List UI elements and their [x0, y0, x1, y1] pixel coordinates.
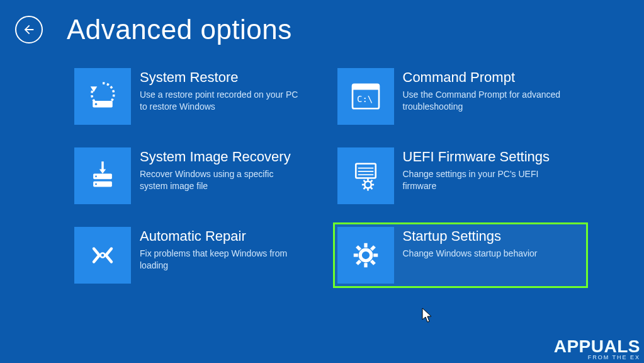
- tile-title: Automatic Repair: [140, 228, 303, 245]
- tile-text: UEFI Firmware Settings Change settings i…: [403, 147, 567, 192]
- tile-text: Command Prompt Use the Command Prompt fo…: [403, 68, 567, 113]
- svg-text:C:\: C:\: [357, 94, 373, 104]
- header: Advanced options: [0, 0, 644, 45]
- tile-desc: Change settings in your PC's UEFI firmwa…: [403, 168, 567, 192]
- back-button[interactable]: [15, 16, 43, 43]
- tile-text: System Restore Use a restore point recor…: [140, 68, 303, 113]
- svg-line-21: [370, 187, 372, 189]
- svg-line-32: [371, 246, 374, 250]
- svg-line-30: [357, 246, 360, 250]
- tile-automatic-repair[interactable]: Automatic Repair Fix problems that keep …: [71, 223, 325, 287]
- tile-title: UEFI Firmware Settings: [403, 149, 567, 165]
- tile-text: Automatic Repair Fix problems that keep …: [140, 227, 303, 272]
- tile-system-restore[interactable]: System Restore Use a restore point recor…: [71, 64, 325, 129]
- tile-command-prompt[interactable]: C:\ Command Prompt Use the Command Promp…: [334, 64, 588, 129]
- watermark-sub: FROM THE EX: [554, 354, 640, 360]
- svg-point-9: [95, 183, 97, 185]
- options-grid: System Restore Use a restore point recor…: [0, 45, 644, 287]
- watermark: APPUALS FROM THE EX: [554, 339, 640, 360]
- svg-point-15: [364, 182, 371, 188]
- tile-system-image-recovery[interactable]: System Image Recovery Recover Windows us…: [71, 144, 325, 208]
- svg-line-33: [357, 261, 360, 264]
- tile-desc: Use the Command Prompt for advanced trou…: [403, 89, 567, 113]
- uefi-firmware-icon: [337, 147, 394, 204]
- startup-settings-icon: [337, 227, 394, 284]
- page-title: Advanced options: [67, 14, 292, 45]
- svg-rect-4: [353, 84, 379, 90]
- tile-startup-settings[interactable]: Startup Settings Change Windows startup …: [334, 223, 588, 287]
- automatic-repair-icon: [74, 227, 131, 284]
- tile-title: Command Prompt: [403, 69, 567, 86]
- svg-point-2: [95, 103, 98, 106]
- tile-uefi-firmware[interactable]: UEFI Firmware Settings Change settings i…: [334, 144, 588, 208]
- svg-marker-10: [99, 170, 106, 174]
- svg-line-22: [370, 180, 372, 182]
- svg-point-24: [101, 253, 105, 258]
- mouse-cursor-icon: [422, 308, 433, 324]
- tile-title: System Image Recovery: [140, 149, 303, 165]
- svg-line-20: [363, 180, 365, 182]
- tile-title: Startup Settings: [403, 228, 538, 245]
- back-arrow-icon: [22, 23, 36, 37]
- tile-text: Startup Settings Change Windows startup …: [403, 227, 538, 260]
- tile-desc: Change Windows startup behavior: [403, 248, 538, 260]
- system-restore-icon: [74, 68, 131, 125]
- watermark-brand: APPUALS: [554, 339, 640, 354]
- tile-text: System Image Recovery Recover Windows us…: [140, 147, 303, 192]
- tile-desc: Recover Windows using a specific system …: [140, 168, 303, 192]
- svg-line-31: [371, 261, 374, 264]
- tile-desc: Use a restore point recorded on your PC …: [140, 89, 303, 113]
- command-prompt-icon: C:\: [337, 68, 394, 125]
- system-image-recovery-icon: [74, 147, 131, 204]
- svg-point-25: [360, 250, 371, 261]
- tile-title: System Restore: [140, 69, 303, 86]
- tile-desc: Fix problems that keep Windows from load…: [140, 248, 303, 272]
- svg-point-8: [95, 176, 97, 178]
- svg-line-23: [363, 187, 365, 189]
